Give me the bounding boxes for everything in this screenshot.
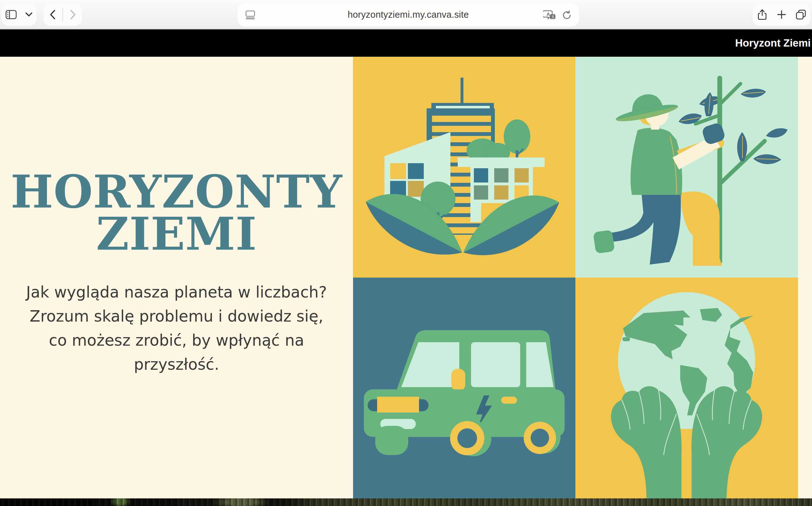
plus-icon [777, 10, 786, 19]
chevron-down-icon [25, 12, 32, 17]
sidebar-toggle-button[interactable] [2, 4, 20, 25]
site-navbar: Horyzont Ziemi [0, 29, 812, 57]
browser-window: horyzontyziemi.my.canva.site A 文 [0, 0, 812, 506]
site-brand[interactable]: Horyzont Ziemi [735, 37, 811, 49]
green-city-image [353, 57, 576, 277]
share-icon [758, 9, 767, 20]
new-tab-button[interactable] [773, 4, 791, 25]
hero-text-panel: HORYZONTY ZIEMI Jak wygląda nasza planet… [0, 57, 353, 498]
share-button[interactable] [753, 4, 771, 25]
page-title: HORYZONTY ZIEMI [0, 171, 353, 255]
earth-in-hands-image [576, 277, 798, 498]
translate-icon[interactable]: A 文 [543, 10, 556, 22]
reload-icon[interactable] [562, 10, 571, 21]
svg-text:A: A [546, 11, 550, 17]
forward-icon [70, 10, 76, 19]
illustration-electric-car [353, 277, 576, 498]
forward-button[interactable] [64, 4, 82, 25]
tab-overview-icon [796, 9, 806, 20]
back-button[interactable] [44, 4, 62, 25]
page-title-line2: ZIEMI [0, 213, 353, 255]
electric-car-image [353, 277, 576, 498]
illustration-earth-in-hands [576, 277, 798, 498]
next-section-photo [0, 498, 812, 506]
illustration-tree-planting [576, 57, 798, 277]
address-bar[interactable]: horyzontyziemi.my.canva.site A 文 [237, 3, 579, 27]
history-button-group [43, 3, 82, 26]
back-icon [50, 10, 56, 19]
page-subtitle: Jak wygląda nasza planeta w liczbach? Zr… [6, 280, 347, 377]
subtitle-line: Zrozum skalę problemu i dowiedz się, [6, 305, 347, 329]
subtitle-line: Jak wygląda nasza planeta w liczbach? [6, 280, 347, 305]
sidebar-icon [5, 10, 17, 19]
reader-view-icon[interactable] [246, 10, 255, 21]
sidebar-menu-button[interactable] [22, 4, 36, 25]
illustration-green-city [353, 57, 576, 277]
hero-section: HORYZONTY ZIEMI Jak wygląda nasza planet… [0, 57, 812, 498]
illustration-grid [353, 57, 798, 498]
page-right-margin [798, 57, 812, 498]
window-button-group [752, 3, 811, 26]
browser-toolbar: horyzontyziemi.my.canva.site A 文 [0, 0, 812, 29]
subtitle-line: co możesz zrobić, by wpłynąć na [6, 329, 347, 353]
sidebar-button-group [1, 3, 37, 26]
page-title-line1: HORYZONTY [0, 171, 353, 213]
tab-overview-button[interactable] [792, 4, 810, 25]
button-divider [63, 8, 63, 21]
tree-planting-image [576, 57, 798, 277]
svg-text:文: 文 [551, 15, 555, 19]
url-text[interactable]: horyzontyziemi.my.canva.site [348, 9, 469, 20]
subtitle-line: przyszłość. [6, 353, 347, 377]
